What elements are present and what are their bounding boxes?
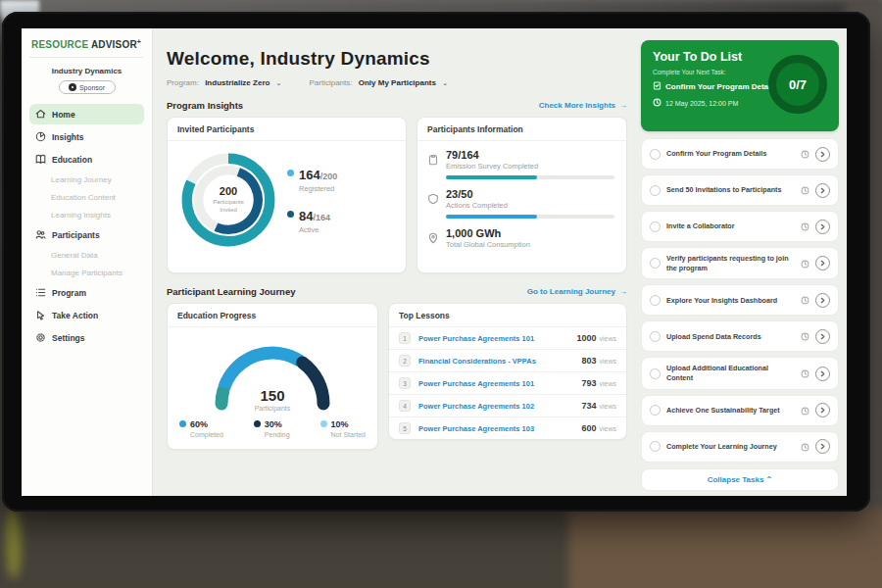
education-progress-card: Education Progress 150 Participants — [167, 303, 378, 450]
chevron-right-button[interactable] — [815, 439, 830, 454]
people-icon — [35, 229, 46, 240]
legend-not-started: 10% Not Started — [320, 419, 366, 438]
resource-advisor-logo: RESOURCE ADVISOR+ — [29, 36, 144, 58]
sidebar-item-participants[interactable]: Participants — [29, 224, 144, 245]
task-row-upload-spend-data[interactable]: Upload Spend Data Records — [641, 320, 839, 352]
progress-fill — [446, 215, 537, 219]
rank-chip: 5 — [399, 422, 411, 434]
stat-actions-completed: 23/50 Actions Completed — [427, 188, 614, 219]
checkbox[interactable] — [650, 368, 661, 379]
clipboard-icon — [427, 152, 439, 164]
sidebar-item-settings[interactable]: Settings — [29, 327, 144, 348]
todo-summary-card: Your To Do List Complete Your Next Task:… — [641, 40, 839, 131]
lesson-link[interactable]: Power Purchase Agreements 102 — [418, 402, 581, 411]
checkbox[interactable] — [650, 441, 661, 452]
sponsor-badge-label: Sponsor — [79, 84, 105, 91]
sponsor-badge[interactable]: Sponsor — [59, 80, 116, 94]
participants-information-card: Participants Information 79/164 Emission… — [416, 117, 627, 273]
chevron-right-button[interactable] — [815, 183, 830, 198]
task-row-send-invitations[interactable]: Send 50 Invitations to Participants — [641, 174, 839, 206]
collapse-tasks-button[interactable]: Collapse Tasks ⌃ — [641, 468, 839, 491]
participants-filter[interactable]: Participants: Only My Participants ⌄ — [309, 78, 448, 87]
clock-icon — [801, 181, 809, 199]
stat-global-consumption: 1,000 GWh Total Global Consumption — [427, 227, 614, 249]
go-to-learning-journey-link[interactable]: Go to Learning Journey → — [527, 287, 627, 296]
sidebar-item-program[interactable]: Program — [29, 282, 144, 303]
chevron-right-button[interactable] — [815, 403, 830, 417]
sidebar-item-learning-journey[interactable]: Learning Journey — [29, 172, 144, 188]
main-content: Welcome, Industry Dynamics Program: Indu… — [153, 28, 639, 496]
sidebar-item-education[interactable]: Education — [29, 149, 144, 170]
location-pin-icon — [427, 230, 439, 242]
task-row-achieve-target[interactable]: Achieve One Sustainability Target — [641, 395, 839, 426]
sidebar-item-insights[interactable]: Insights — [29, 126, 144, 147]
sidebar-item-education-content[interactable]: Education Content — [29, 189, 144, 206]
logo-plus: + — [137, 38, 141, 45]
lesson-link[interactable]: Financial Considerations - VPPAs — [418, 357, 581, 366]
sidebar-item-general-data[interactable]: General Data — [29, 247, 144, 264]
section-title: Program Insights — [167, 100, 243, 111]
chevron-right-button[interactable] — [815, 256, 830, 270]
chevron-right-button[interactable] — [815, 367, 830, 381]
top-lessons-card: Top Lessons 1 Power Purchase Agreements … — [388, 303, 627, 440]
participants-filter-value: Only My Participants — [359, 78, 436, 87]
monitor-bezel: RESOURCE ADVISOR+ Industry Dynamics Spon… — [2, 12, 870, 512]
clock-icon — [801, 365, 809, 382]
task-row-confirm-program[interactable]: Confirm Your Program Details — [641, 138, 839, 170]
lesson-link[interactable]: Power Purchase Agreements 101 — [418, 334, 576, 343]
chevron-right-button[interactable] — [815, 293, 830, 308]
task-row-invite-collaborator[interactable]: Invite a Collaborator — [641, 211, 839, 242]
task-row-verify-participants[interactable]: Verify participants requesting to join t… — [641, 247, 839, 279]
clock-icon — [801, 438, 809, 456]
sponsor-badge-icon — [69, 83, 76, 91]
sidebar-item-label: Education — [52, 155, 92, 165]
checkbox[interactable] — [650, 331, 661, 342]
task-row-explore-insights[interactable]: Explore Your Insights Dashboard — [641, 284, 839, 316]
legend-dot — [287, 211, 294, 218]
learning-journey-header: Participant Learning Journey Go to Learn… — [167, 286, 627, 297]
task-row-complete-learning-journey[interactable]: Complete Your Learning Journey — [641, 431, 839, 463]
sidebar-item-manage-participants[interactable]: Manage Participants — [29, 265, 144, 281]
page-title: Welcome, Industry Dynamics — [167, 48, 627, 70]
chevron-right-button[interactable] — [815, 329, 830, 344]
education-gauge-chart: 150 Participants — [204, 333, 341, 412]
chevron-right-button[interactable] — [815, 147, 830, 162]
chevron-right-button[interactable] — [815, 220, 830, 234]
rank-chip: 3 — [399, 377, 411, 389]
clock-icon — [801, 402, 809, 419]
todo-panel: Your To Do List Complete Your Next Task:… — [639, 28, 847, 496]
legend-completed: 60% Completed — [179, 419, 223, 438]
lesson-link[interactable]: Power Purchase Agreements 101 — [418, 379, 581, 388]
checkbox[interactable] — [650, 405, 661, 416]
gauge-center-value: 150 — [204, 387, 341, 404]
sidebar-item-label: Home — [52, 110, 75, 120]
sidebar-item-label: Insights — [52, 132, 84, 142]
invited-donut-chart: 200 Participants Invited — [177, 149, 279, 251]
clock-icon — [801, 218, 809, 235]
checkbox[interactable] — [650, 221, 661, 232]
sidebar-item-label: Program — [52, 288, 86, 298]
dashboard-screen: RESOURCE ADVISOR+ Industry Dynamics Spon… — [22, 28, 847, 496]
filter-bar: Program: Industrialize Zero ⌄ Participan… — [167, 78, 627, 87]
legend-registered: 164/200 Registered — [287, 166, 337, 193]
progress-fill — [446, 175, 537, 179]
lesson-link[interactable]: Power Purchase Agreements 103 — [418, 424, 581, 433]
progress-track — [446, 175, 614, 179]
todo-next-task: Confirm Your Program Details — [665, 82, 777, 91]
check-more-insights-link[interactable]: Check More Insights → — [539, 101, 627, 110]
sidebar-item-take-action[interactable]: Take Action — [29, 305, 144, 325]
sidebar-item-home[interactable]: Home — [29, 104, 144, 124]
lesson-row: 5 Power Purchase Agreements 103 600 view… — [389, 417, 626, 439]
sidebar-item-learning-insights[interactable]: Learning Insights — [29, 207, 144, 223]
chevron-down-icon: ⌄ — [442, 79, 448, 86]
task-row-upload-educational-content[interactable]: Upload Additional Educational Content — [641, 357, 839, 389]
checkbox[interactable] — [650, 295, 661, 306]
card-title: Education Progress — [168, 304, 377, 327]
chevron-up-icon: ⌃ — [766, 475, 773, 484]
section-title: Participant Learning Journey — [167, 286, 295, 297]
program-filter[interactable]: Program: Industrialize Zero ⌄ — [167, 78, 281, 87]
checkbox[interactable] — [650, 185, 661, 196]
checkbox[interactable] — [650, 149, 661, 160]
legend-dot — [179, 420, 186, 427]
checkbox[interactable] — [650, 258, 661, 269]
